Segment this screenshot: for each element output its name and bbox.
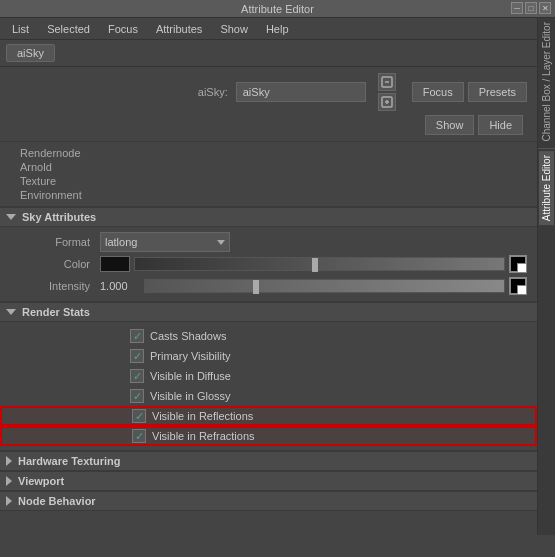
check-icon-visible-reflections: ✓ xyxy=(135,411,144,422)
cb-label-primary-visibility: Primary Visibility xyxy=(150,350,230,362)
cb-visible-reflections[interactable]: ✓ xyxy=(132,409,146,423)
aisky-tab[interactable]: aiSky xyxy=(6,44,55,62)
intensity-slider-thumb[interactable] xyxy=(253,280,259,294)
menu-bar: List Selected Focus Attributes Show Help xyxy=(0,18,537,40)
cb-label-visible-reflections: Visible in Reflections xyxy=(152,410,253,422)
check-icon-visible-refractions: ✓ xyxy=(135,431,144,442)
viewport-triangle xyxy=(6,476,12,486)
cb-label-casts-shadows: Casts Shadows xyxy=(150,330,226,342)
maximize-button[interactable]: □ xyxy=(525,2,537,14)
render-stats-body: ✓ Casts Shadows ✓ Primary Visibility ✓ V… xyxy=(0,322,537,451)
intensity-slider-track[interactable] xyxy=(144,279,505,293)
tree-item-arnold[interactable]: Arnold xyxy=(0,160,537,174)
checkbox-row-visible-refractions: ✓ Visible in Refractions xyxy=(0,426,537,446)
intensity-slider-container xyxy=(144,279,505,293)
intensity-color-icon[interactable] xyxy=(509,277,527,295)
color-row: Color xyxy=(0,253,537,275)
cb-label-visible-refractions: Visible in Refractions xyxy=(152,430,255,442)
intensity-row: Intensity 1.000 xyxy=(0,275,537,297)
color-slider-thumb[interactable] xyxy=(312,258,318,272)
sky-attributes-triangle xyxy=(6,214,16,220)
node-behavior-triangle xyxy=(6,496,12,506)
cb-visible-glossy[interactable]: ✓ xyxy=(130,389,144,403)
close-button[interactable]: ✕ xyxy=(539,2,551,14)
checkbox-row-visible-glossy: ✓ Visible in Glossy xyxy=(0,386,537,406)
menu-attributes[interactable]: Attributes xyxy=(148,21,210,37)
sidebar-divider xyxy=(538,148,555,149)
check-icon-visible-diffuse: ✓ xyxy=(133,371,142,382)
hardware-texturing-header[interactable]: Hardware Texturing xyxy=(0,451,537,471)
presets-button[interactable]: Presets xyxy=(468,82,527,102)
node-behavior-title: Node Behavior xyxy=(18,495,96,507)
node-row: aiSky: Focus Presets xyxy=(10,73,527,111)
format-label: Format xyxy=(10,236,100,248)
tree-list: Rendernode Arnold Texture Environment xyxy=(0,142,537,207)
right-sidebar: Channel Box / Layer Editor Attribute Edi… xyxy=(537,18,555,535)
cb-visible-refractions[interactable]: ✓ xyxy=(132,429,146,443)
menu-focus[interactable]: Focus xyxy=(100,21,146,37)
format-row: Format latlong xyxy=(0,231,537,253)
check-icon-primary-visibility: ✓ xyxy=(133,351,142,362)
checkbox-row-primary-visibility: ✓ Primary Visibility xyxy=(0,346,537,366)
minimize-button[interactable]: ─ xyxy=(511,2,523,14)
dropdown-arrow-icon xyxy=(217,240,225,245)
color-slider-track[interactable] xyxy=(134,257,505,271)
checkbox-row-casts-shadows: ✓ Casts Shadows xyxy=(0,326,537,346)
sky-attributes-header[interactable]: Sky Attributes xyxy=(0,207,537,227)
node-icon-buttons xyxy=(378,73,396,111)
title-bar-text: Attribute Editor xyxy=(241,3,314,15)
menu-list[interactable]: List xyxy=(4,21,37,37)
render-stats-triangle xyxy=(6,309,16,315)
menu-selected[interactable]: Selected xyxy=(39,21,98,37)
format-value: latlong xyxy=(105,236,137,248)
format-control: latlong xyxy=(100,232,527,252)
sidebar-label-attribute-editor[interactable]: Attribute Editor xyxy=(539,151,554,225)
left-panel: List Selected Focus Attributes Show Help… xyxy=(0,18,537,535)
scroll-area: aiSky aiSky: xyxy=(0,40,537,535)
main-area: List Selected Focus Attributes Show Help… xyxy=(0,18,555,535)
color-slider-container xyxy=(134,257,505,271)
action-buttons: Focus Presets xyxy=(412,82,527,102)
sidebar-label-channel-box[interactable]: Channel Box / Layer Editor xyxy=(539,18,554,146)
intensity-control: 1.000 xyxy=(100,277,527,295)
color-picker-icon[interactable] xyxy=(509,255,527,273)
node-label: aiSky: xyxy=(178,86,228,98)
cb-primary-visibility[interactable]: ✓ xyxy=(130,349,144,363)
cb-label-visible-diffuse: Visible in Diffuse xyxy=(150,370,231,382)
sky-attributes-body: Format latlong Color xyxy=(0,227,537,302)
show-button[interactable]: Show xyxy=(425,115,475,135)
tab-area: aiSky xyxy=(0,40,537,67)
input-icon-top[interactable] xyxy=(378,73,396,91)
render-stats-title: Render Stats xyxy=(22,306,90,318)
hide-button[interactable]: Hide xyxy=(478,115,523,135)
viewport-title: Viewport xyxy=(18,475,64,487)
tree-item-texture[interactable]: Texture xyxy=(0,174,537,188)
check-icon-visible-glossy: ✓ xyxy=(133,391,142,402)
node-name-input[interactable] xyxy=(236,82,366,102)
render-stats-header[interactable]: Render Stats xyxy=(0,302,537,322)
focus-button[interactable]: Focus xyxy=(412,82,464,102)
menu-help[interactable]: Help xyxy=(258,21,297,37)
node-section: aiSky: Focus Presets xyxy=(0,67,537,142)
menu-show[interactable]: Show xyxy=(212,21,256,37)
checkbox-row-visible-diffuse: ✓ Visible in Diffuse xyxy=(0,366,537,386)
cb-casts-shadows[interactable]: ✓ xyxy=(130,329,144,343)
intensity-value: 1.000 xyxy=(100,280,140,292)
format-dropdown[interactable]: latlong xyxy=(100,232,230,252)
sky-attributes-title: Sky Attributes xyxy=(22,211,96,223)
color-swatch[interactable] xyxy=(100,256,130,272)
title-bar: Attribute Editor ─ □ ✕ xyxy=(0,0,555,18)
node-behavior-header[interactable]: Node Behavior xyxy=(0,491,537,511)
cb-visible-diffuse[interactable]: ✓ xyxy=(130,369,144,383)
cb-label-visible-glossy: Visible in Glossy xyxy=(150,390,231,402)
tree-item-environment[interactable]: Environment xyxy=(0,188,537,202)
hardware-texturing-title: Hardware Texturing xyxy=(18,455,121,467)
viewport-header[interactable]: Viewport xyxy=(0,471,537,491)
hardware-texturing-triangle xyxy=(6,456,12,466)
input-icon-bottom[interactable] xyxy=(378,93,396,111)
intensity-label: Intensity xyxy=(10,280,100,292)
title-bar-buttons: ─ □ ✕ xyxy=(511,2,551,14)
checkbox-row-visible-reflections: ✓ Visible in Reflections xyxy=(0,406,537,426)
tree-item-rendernode[interactable]: Rendernode xyxy=(0,146,537,160)
color-label: Color xyxy=(10,258,100,270)
